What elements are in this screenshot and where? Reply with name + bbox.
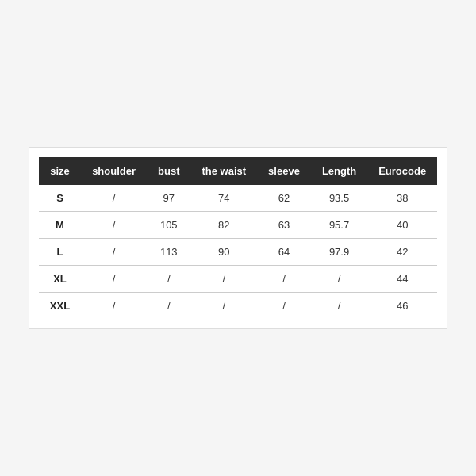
cell-r2-c5: 97.9	[311, 239, 367, 266]
cell-r0-c4: 62	[257, 185, 311, 212]
header-the-waist: the waist	[190, 157, 257, 185]
size-chart-container: sizeshoulderbustthe waistsleeveLengthEur…	[29, 147, 447, 329]
table-header-row: sizeshoulderbustthe waistsleeveLengthEur…	[39, 157, 437, 185]
cell-r2-c6: 42	[367, 239, 437, 266]
cell-r4-c1: /	[81, 293, 147, 320]
cell-r3-c5: /	[311, 266, 367, 293]
header-size: size	[39, 157, 81, 185]
cell-r0-c2: 97	[147, 185, 190, 212]
cell-r4-c6: 46	[367, 293, 437, 320]
cell-r3-c3: /	[190, 266, 257, 293]
cell-r2-c2: 113	[147, 239, 190, 266]
header-Eurocode: Eurocode	[367, 157, 437, 185]
cell-r3-c2: /	[147, 266, 190, 293]
cell-r1-c3: 82	[190, 212, 257, 239]
cell-r4-c3: /	[190, 293, 257, 320]
cell-r3-c6: 44	[367, 266, 437, 293]
cell-r1-c2: 105	[147, 212, 190, 239]
cell-r0-c5: 93.5	[311, 185, 367, 212]
cell-r4-c5: /	[311, 293, 367, 320]
cell-r3-c0: XL	[39, 266, 81, 293]
cell-r4-c2: /	[147, 293, 190, 320]
cell-r3-c1: /	[81, 266, 147, 293]
cell-r0-c6: 38	[367, 185, 437, 212]
cell-r1-c1: /	[81, 212, 147, 239]
header-sleeve: sleeve	[257, 157, 311, 185]
cell-r2-c4: 64	[257, 239, 311, 266]
cell-r1-c4: 63	[257, 212, 311, 239]
cell-r1-c5: 95.7	[311, 212, 367, 239]
cell-r3-c4: /	[257, 266, 311, 293]
cell-r1-c0: M	[39, 212, 81, 239]
cell-r2-c1: /	[81, 239, 147, 266]
cell-r4-c4: /	[257, 293, 311, 320]
table-row: XL/////44	[39, 266, 437, 293]
cell-r0-c3: 74	[190, 185, 257, 212]
cell-r4-c0: XXL	[39, 293, 81, 320]
cell-r2-c3: 90	[190, 239, 257, 266]
cell-r0-c1: /	[81, 185, 147, 212]
size-chart-table: sizeshoulderbustthe waistsleeveLengthEur…	[39, 157, 437, 319]
table-row: S/97746293.538	[39, 185, 437, 212]
header-Length: Length	[311, 157, 367, 185]
table-row: XXL/////46	[39, 293, 437, 320]
cell-r2-c0: L	[39, 239, 81, 266]
table-row: L/113906497.942	[39, 239, 437, 266]
table-body: S/97746293.538M/105826395.740L/113906497…	[39, 185, 437, 319]
table-row: M/105826395.740	[39, 212, 437, 239]
header-bust: bust	[147, 157, 190, 185]
cell-r1-c6: 40	[367, 212, 437, 239]
cell-r0-c0: S	[39, 185, 81, 212]
header-shoulder: shoulder	[81, 157, 147, 185]
